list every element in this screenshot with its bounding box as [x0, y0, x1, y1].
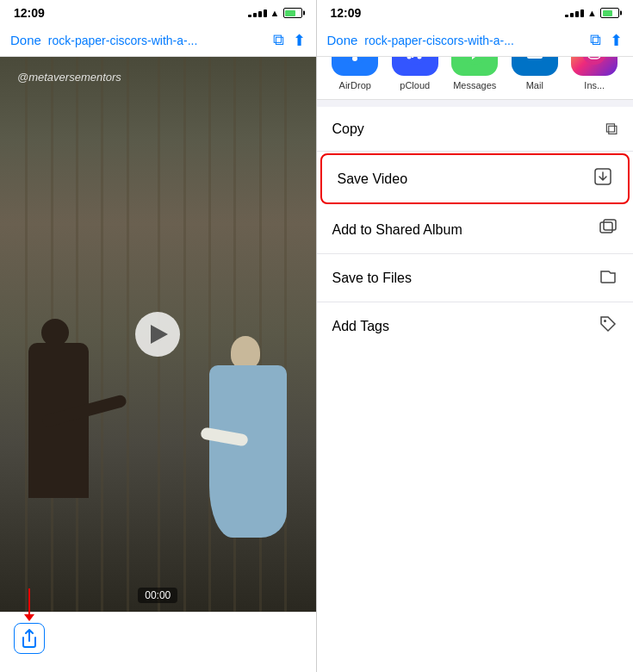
share-button-container — [14, 623, 45, 654]
shared-album-label: Add to Shared Album — [332, 222, 462, 238]
app-messages[interactable]: Messages — [445, 57, 506, 90]
person-right-figure — [196, 336, 300, 577]
play-icon — [151, 325, 168, 344]
save-video-icon — [593, 167, 612, 190]
action-copy[interactable]: Copy ⧉ — [317, 107, 634, 152]
video-area-right: @metaversementors 🎬 rock-paper-ciscors-w — [317, 57, 634, 350]
airdrop-label: AirDrop — [339, 80, 371, 90]
action-save-video[interactable]: Save Video — [320, 153, 630, 204]
app-row: AirDrop P pCloud — [317, 57, 634, 100]
battery-icon-right — [600, 8, 619, 18]
instagram-label: Ins... — [584, 80, 605, 90]
pcloud-label: pCloud — [400, 80, 430, 90]
messages-label: Messages — [453, 80, 496, 90]
nav-bar-right: Done rock-paper-ciscors-with-a-... ⧉ ⬆ — [317, 24, 634, 57]
messages-icon — [451, 57, 498, 76]
left-phone: 12:09 ▲ Done rock-paper-ciscors-with-a-.… — [0, 0, 317, 672]
copy-label: Copy — [332, 121, 364, 137]
signal-icon — [248, 9, 267, 17]
app-instagram[interactable]: Ins... — [565, 57, 625, 90]
status-time-right: 12:09 — [331, 6, 362, 20]
mail-label: Mail — [526, 80, 543, 90]
svg-point-16 — [604, 320, 606, 322]
video-area-left[interactable]: @metaversementors 00:00 — [0, 57, 316, 612]
signal-icon-right — [565, 9, 584, 17]
nav-title-right: rock-paper-ciscors-with-a-... — [364, 34, 590, 47]
save-video-label: Save Video — [338, 171, 408, 187]
watermark-left: @metaversementors — [17, 71, 121, 84]
status-time-left: 12:09 — [14, 6, 45, 20]
mail-icon — [512, 57, 558, 76]
save-files-label: Save to Files — [332, 271, 412, 286]
instagram-icon — [571, 57, 617, 76]
share-nav-icon-right[interactable]: ⬆ — [610, 31, 623, 50]
share-sheet: 🎬 rock-paper-ciscors-with-a-robot-ytsh..… — [317, 57, 634, 350]
pcloud-icon: P — [392, 57, 438, 76]
video-timestamp-left: 00:00 — [138, 588, 177, 603]
add-tags-icon — [599, 314, 617, 338]
action-list: Copy ⧉ Save Video Add to Shared Albu — [317, 107, 634, 350]
share-nav-icon[interactable]: ⬆ — [293, 31, 306, 50]
copy-action-icon: ⧉ — [605, 119, 617, 139]
svg-rect-14 — [600, 222, 612, 233]
battery-icon — [283, 8, 302, 18]
status-icons-right: ▲ — [565, 8, 619, 18]
copy-nav-icon-right[interactable]: ⧉ — [590, 31, 601, 49]
wifi-icon: ▲ — [270, 8, 280, 18]
right-phone: 12:09 ▲ Done rock-paper-ciscors-with-a-.… — [317, 0, 634, 672]
status-bar-left: 12:09 ▲ — [0, 0, 316, 24]
nav-bar-left: Done rock-paper-ciscors-with-a-... ⧉ ⬆ — [0, 24, 316, 57]
status-icons-left: ▲ — [248, 8, 302, 18]
action-add-tags[interactable]: Add Tags — [317, 302, 634, 350]
add-tags-label: Add Tags — [332, 319, 389, 334]
wifi-icon-right: ▲ — [587, 8, 597, 18]
nav-icons-right: ⧉ ⬆ — [590, 31, 623, 50]
svg-point-6 — [462, 57, 487, 65]
nav-title-left: rock-paper-ciscors-with-a-... — [48, 34, 273, 47]
nav-done-right[interactable]: Done — [327, 33, 358, 47]
nav-done-left[interactable]: Done — [10, 33, 41, 47]
app-pcloud[interactable]: P pCloud — [385, 57, 445, 90]
app-mail[interactable]: Mail — [505, 57, 565, 90]
play-button[interactable] — [135, 312, 180, 357]
airdrop-icon — [332, 57, 378, 76]
app-airdrop[interactable]: AirDrop — [326, 57, 386, 90]
status-bar-right: 12:09 ▲ — [317, 0, 634, 24]
copy-nav-icon[interactable]: ⧉ — [273, 31, 284, 49]
arrow-indicator — [24, 588, 34, 621]
shared-album-icon — [599, 218, 617, 241]
bottom-bar-left — [0, 612, 316, 672]
person-left-figure — [16, 319, 127, 577]
share-button-left[interactable] — [14, 623, 45, 654]
action-save-files[interactable]: Save to Files — [317, 254, 634, 302]
share-icon — [21, 629, 38, 648]
save-files-icon — [599, 266, 617, 289]
action-shared-album[interactable]: Add to Shared Album — [317, 206, 634, 254]
svg-rect-8 — [527, 57, 543, 59]
video-bg-left: @metaversementors 00:00 — [0, 57, 316, 612]
svg-rect-15 — [604, 220, 616, 230]
nav-icons-left: ⧉ ⬆ — [273, 31, 306, 50]
